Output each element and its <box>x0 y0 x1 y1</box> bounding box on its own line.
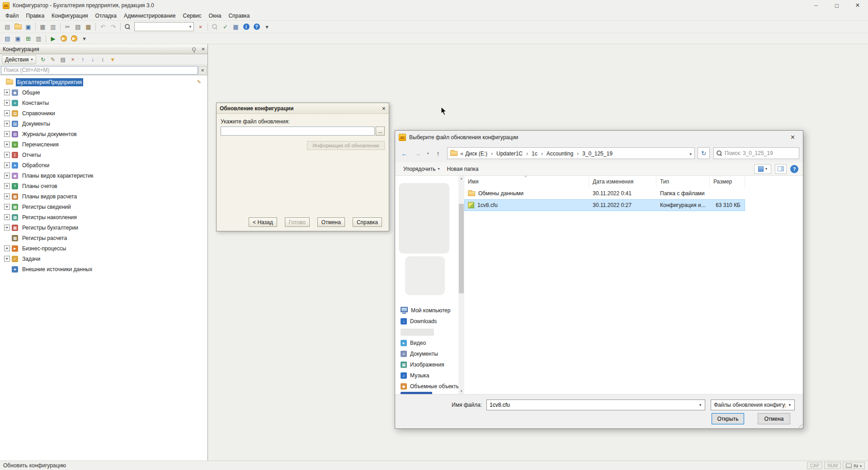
column-header-date[interactable]: Дата изменения <box>589 176 656 188</box>
print-button[interactable]: ▦ <box>38 22 48 32</box>
close-icon[interactable] <box>382 105 386 112</box>
expand-icon[interactable] <box>4 89 10 95</box>
filename-combo[interactable] <box>486 400 705 410</box>
tree-item[interactable]: ▦Регистры расчета <box>0 233 208 243</box>
column-header-size[interactable]: Размер <box>710 176 745 188</box>
recent-locations-icon[interactable] <box>425 147 431 159</box>
organize-button[interactable]: Упорядочить <box>400 164 443 174</box>
copy-button[interactable]: ▤ <box>73 22 83 32</box>
menu-item-configuration[interactable]: Конфигурация <box>48 12 92 20</box>
delete-item-button[interactable]: × <box>68 55 78 64</box>
cut-button[interactable]: ✂ <box>62 22 73 32</box>
tree-item[interactable]: ►Бизнес-процессы <box>0 243 208 254</box>
tree-item[interactable]: ≡Перечисления <box>0 139 208 150</box>
file-row[interactable]: Обмены данными30.11.2022 0:41Папка с фай… <box>464 188 803 199</box>
new-folder-button[interactable]: Новая папка <box>443 164 482 174</box>
browse-button[interactable]: ... <box>376 127 385 136</box>
cancel-button[interactable]: Отмена <box>758 413 790 424</box>
sidebar-scrollbar[interactable] <box>458 176 464 394</box>
update-file-input[interactable] <box>221 127 375 136</box>
sidebar-item[interactable]: ♪Музыка <box>395 370 458 381</box>
sidebar-item[interactable]: ▸Видео <box>395 338 458 348</box>
move-up-button[interactable]: ↑ <box>78 55 88 64</box>
tree-item[interactable]: ▦Регистры бухгалтерии <box>0 222 208 233</box>
toolbar-options-button[interactable]: ▾ <box>262 22 272 32</box>
print-preview-button[interactable]: ▥ <box>48 22 58 32</box>
search-input[interactable] <box>1 66 198 75</box>
move-down-button[interactable]: ↓ <box>88 55 98 64</box>
breadcrumb-item[interactable]: Accounting <box>547 150 582 157</box>
pin-icon[interactable] <box>192 47 196 51</box>
scroll-up-icon[interactable] <box>458 176 464 181</box>
actions-menu-button[interactable]: Действия <box>2 55 36 64</box>
sidebar-item[interactable]: ≡Документы <box>395 348 458 359</box>
tree-item[interactable]: TПланы счетов <box>0 181 208 191</box>
expand-icon[interactable] <box>4 245 10 251</box>
column-header-name[interactable]: Имя <box>464 176 589 188</box>
tree-item[interactable]: ◆Планы видов характеристик <box>0 170 208 181</box>
search-input[interactable] <box>725 150 796 156</box>
tree-item[interactable]: ∗Обработки <box>0 160 208 170</box>
clear-search-button[interactable]: × <box>195 22 206 32</box>
keyboard-language-indicator[interactable]: ru <box>843 462 865 469</box>
new-file-button[interactable]: ▤ <box>2 22 13 32</box>
toolbar-search-combo[interactable] <box>134 22 194 31</box>
refresh-button[interactable]: ↻ <box>38 55 48 64</box>
update-db-configuration-button[interactable]: ⊞ <box>23 33 33 43</box>
sidebar-item[interactable]: ↓Downloads <box>395 316 458 327</box>
maximize-button[interactable] <box>826 0 847 11</box>
copy-item-button[interactable]: ▤ <box>58 55 68 64</box>
open-configuration-button[interactable]: ▤ <box>2 33 13 43</box>
help-icon[interactable] <box>790 165 798 173</box>
expand-icon[interactable] <box>4 204 10 210</box>
cancel-button[interactable]: Отмена <box>317 217 345 227</box>
tree-root-item[interactable]: БухгалтерияПредприятия <box>0 77 208 87</box>
tree-item[interactable]: ▥Журналы документов <box>0 129 208 139</box>
compare-configurations-button[interactable]: ▥ <box>33 33 44 43</box>
close-icon[interactable] <box>201 46 205 52</box>
tree-item[interactable]: ΣОтчеты <box>0 150 208 160</box>
breadcrumb-item[interactable]: 1c <box>532 150 547 157</box>
scroll-down-icon[interactable] <box>458 389 464 394</box>
column-header-type[interactable]: Тип <box>656 176 710 188</box>
syntax-check-button[interactable]: ✓ <box>220 22 231 32</box>
expand-icon[interactable] <box>4 173 10 179</box>
minimize-button[interactable] <box>806 0 826 11</box>
edit-button[interactable]: ✎ <box>48 55 58 64</box>
toolbar-options-button[interactable]: ▾ <box>79 33 90 43</box>
tree-item[interactable]: ◆Общие <box>0 87 208 98</box>
close-button[interactable] <box>847 0 868 11</box>
refresh-icon[interactable] <box>698 147 710 159</box>
menu-item-windows[interactable]: Окна <box>205 12 225 20</box>
tree-item[interactable]: ●Внешние источники данных <box>0 264 208 274</box>
filename-input[interactable] <box>487 402 696 408</box>
breadcrumb-item[interactable]: 3_0_125_19 <box>582 150 613 157</box>
expand-icon[interactable] <box>4 162 10 168</box>
calculator-button[interactable]: ▦ <box>231 22 241 32</box>
tree-item[interactable]: ▦Регистры сведений <box>0 202 208 212</box>
chevron-down-icon[interactable] <box>187 24 193 29</box>
sort-button[interactable]: ↕ <box>98 55 108 64</box>
filetype-combo[interactable]: Файлы обновления конфигур <box>711 400 795 410</box>
expand-icon[interactable] <box>4 131 10 137</box>
breadcrumb-item[interactable]: Updater1C <box>496 150 532 157</box>
paste-button[interactable]: ▦ <box>83 22 94 32</box>
back-icon[interactable] <box>399 147 410 159</box>
menu-item-service[interactable]: Сервис <box>179 12 205 20</box>
chevron-down-icon[interactable] <box>785 400 794 410</box>
start-debugging-button[interactable]: ▶ <box>48 33 58 43</box>
menu-item-debug[interactable]: Отладка <box>92 12 120 20</box>
chevron-down-icon[interactable] <box>687 150 692 157</box>
back-button[interactable]: < Назад <box>249 217 277 227</box>
expand-icon[interactable] <box>4 183 10 189</box>
expand-icon[interactable] <box>4 152 10 158</box>
file-list-empty-area[interactable] <box>464 211 803 394</box>
find-button[interactable] <box>123 22 133 32</box>
breadcrumb-item[interactable]: Диск (E:) <box>465 150 496 157</box>
info-button[interactable]: i <box>241 22 251 32</box>
expand-icon[interactable] <box>4 100 10 106</box>
save-file-button[interactable]: ▣ <box>23 22 33 32</box>
resize-grip[interactable] <box>797 422 802 428</box>
tree-item[interactable]: ▦Планы видов расчета <box>0 191 208 202</box>
open-file-button[interactable] <box>13 22 23 32</box>
